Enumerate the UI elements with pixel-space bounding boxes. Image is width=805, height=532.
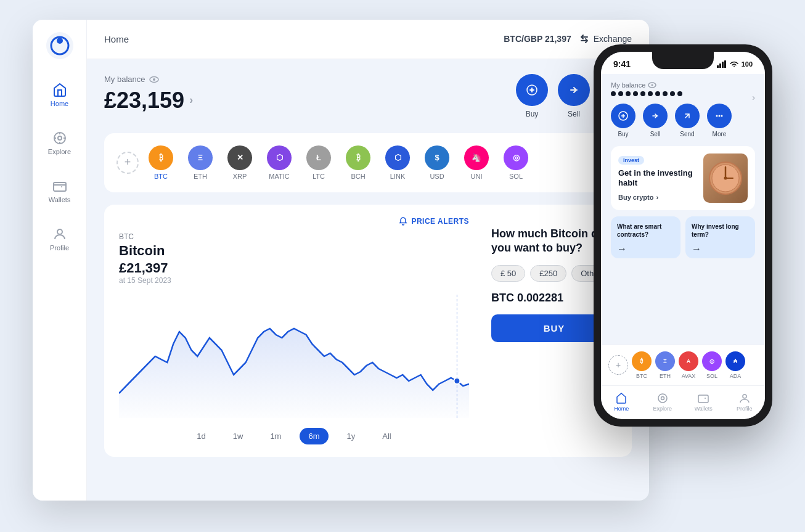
- svg-point-20: [721, 115, 723, 117]
- sidebar-item-wallets[interactable]: Wallets: [38, 174, 81, 208]
- phone-avax-item[interactable]: A AVAX: [679, 351, 698, 379]
- phone-buy-button[interactable]: [611, 104, 635, 128]
- uni-label: UNI: [471, 173, 483, 180]
- price-alert-row: PRICE ALERTS: [119, 217, 469, 226]
- svg-point-27: [661, 396, 664, 399]
- crypto-tab-eth[interactable]: Ξ ETH: [183, 143, 218, 182]
- chart-crypto-label: BTC: [119, 232, 134, 241]
- sidebar-item-profile[interactable]: Profile: [38, 222, 81, 256]
- svg-point-2: [57, 38, 63, 44]
- phone-nav-home[interactable]: Home: [601, 392, 642, 412]
- chart-container: [119, 295, 469, 418]
- filter-6m[interactable]: 6m: [300, 428, 328, 444]
- svg-point-6: [57, 229, 62, 234]
- sell-action: Sell: [558, 74, 590, 118]
- phone-sell-action: Sell: [643, 104, 668, 137]
- info-card-long-term[interactable]: Why invest long term? →: [685, 216, 755, 258]
- phone-content: My balance ›: [601, 74, 765, 345]
- phone-balance-label: My balance: [611, 81, 755, 89]
- phone-send-action: Send: [675, 104, 700, 137]
- amount-250[interactable]: £250: [530, 265, 566, 282]
- crypto-tab-bch[interactable]: ₿ BCH: [341, 143, 375, 182]
- svg-point-16: [652, 84, 653, 86]
- bch-label: BCH: [351, 173, 365, 180]
- price-alert-button[interactable]: PRICE ALERTS: [399, 217, 469, 226]
- usd-icon: $: [425, 145, 449, 170]
- filter-1y[interactable]: 1y: [338, 428, 364, 444]
- crypto-tabs: + ₿ BTC Ξ ETH ✕ XRP ⬡: [104, 133, 632, 192]
- phone-ada-item[interactable]: ₳ ADA: [725, 351, 745, 379]
- phone-sol-icon: ◎: [702, 351, 722, 371]
- phone-eye-icon: [648, 82, 656, 88]
- svg-rect-28: [698, 395, 708, 403]
- filter-1m[interactable]: 1m: [261, 428, 290, 444]
- crypto-tab-matic[interactable]: ⬡ MATIC: [262, 143, 296, 182]
- phone-nav-explore[interactable]: Explore: [642, 392, 684, 412]
- long-term-arrow: →: [692, 243, 749, 255]
- phone-btc-item[interactable]: ₿ BTC: [632, 351, 652, 379]
- exchange-button[interactable]: Exchange: [579, 33, 632, 44]
- invest-card: Invest Get in the investing habit Buy cr…: [611, 146, 755, 210]
- svg-rect-5: [54, 182, 66, 191]
- wallets-label: Wallets: [49, 196, 71, 203]
- invest-badge: Invest: [618, 156, 644, 165]
- btc-icon: ₿: [149, 145, 173, 170]
- phone-sol-name: SOL: [706, 373, 717, 379]
- sidebar-item-explore[interactable]: Explore: [38, 126, 81, 160]
- info-card-smart-contracts[interactable]: What are smart contracts? →: [611, 216, 680, 258]
- amount-50[interactable]: £ 50: [491, 265, 525, 282]
- info-cards-row: What are smart contracts? → Why invest l…: [611, 216, 755, 258]
- phone-avax-name: AVAX: [682, 373, 696, 379]
- phone-eth-icon: Ξ: [655, 351, 675, 371]
- invest-card-content: Invest Get in the investing habit Buy cr…: [618, 153, 697, 203]
- phone-avax-icon: A: [679, 351, 698, 371]
- crypto-tab-uni[interactable]: 🦄 UNI: [459, 143, 494, 182]
- phone-more-button[interactable]: [707, 104, 732, 128]
- crypto-tab-ltc[interactable]: Ł LTC: [301, 143, 336, 182]
- phone-eth-item[interactable]: Ξ ETH: [655, 351, 675, 379]
- desktop-app: Home Explore: [33, 20, 649, 501]
- wallets-icon: [52, 179, 67, 194]
- home-label: Home: [51, 100, 68, 107]
- phone-sell-button[interactable]: [643, 104, 668, 128]
- svg-point-4: [58, 136, 62, 140]
- filter-1w[interactable]: 1w: [224, 428, 252, 444]
- ltc-icon: Ł: [306, 145, 331, 170]
- phone-sol-item[interactable]: ◎ SOL: [702, 351, 722, 379]
- bch-icon: ₿: [346, 145, 370, 170]
- svg-rect-13: [722, 62, 724, 68]
- crypto-tab-xrp[interactable]: ✕ XRP: [223, 143, 257, 182]
- buy-button[interactable]: [516, 74, 548, 106]
- app-logo[interactable]: [46, 32, 73, 59]
- phone-nav-profile[interactable]: Profile: [724, 392, 766, 412]
- balance-expand-arrow[interactable]: ›: [189, 94, 193, 107]
- crypto-tab-sol[interactable]: ◎ SOL: [499, 143, 533, 182]
- crypto-tab-usd[interactable]: $ USD: [420, 143, 454, 182]
- crypto-tab-btc[interactable]: ₿ BTC: [144, 143, 178, 182]
- phone-nav-wallets[interactable]: Wallets: [683, 392, 724, 412]
- btc-label: BTC: [154, 173, 168, 180]
- exchange-label: Exchange: [594, 34, 632, 44]
- sol-label: SOL: [509, 173, 523, 180]
- sol-icon: ◎: [504, 145, 528, 170]
- crypto-tab-link[interactable]: ⬡ LINK: [380, 143, 415, 182]
- sidebar-item-home[interactable]: Home: [38, 78, 81, 112]
- phone-add-crypto[interactable]: +: [608, 355, 628, 375]
- add-crypto-button[interactable]: +: [116, 152, 139, 174]
- smart-contracts-arrow: →: [617, 243, 674, 255]
- phone-status-icons: 100: [717, 60, 753, 68]
- phone-send-button[interactable]: [675, 104, 700, 128]
- filter-1d[interactable]: 1d: [188, 428, 214, 444]
- phone-nav-home-label: Home: [614, 406, 629, 412]
- phone-balance-chevron[interactable]: ›: [752, 92, 755, 102]
- wifi-icon: [729, 60, 739, 68]
- clock-icon: [707, 160, 744, 197]
- matic-icon: ⬡: [267, 145, 292, 170]
- time-filters: 1d 1w 1m 6m 1y All: [119, 428, 469, 444]
- sell-button[interactable]: [558, 74, 590, 106]
- invest-link[interactable]: Buy crypto ›: [618, 194, 697, 201]
- chart-crypto-name: Bitcoin: [119, 243, 469, 259]
- phone-ada-name: ADA: [730, 373, 742, 379]
- phone-balance-dots: [611, 91, 682, 96]
- filter-all[interactable]: All: [374, 428, 399, 444]
